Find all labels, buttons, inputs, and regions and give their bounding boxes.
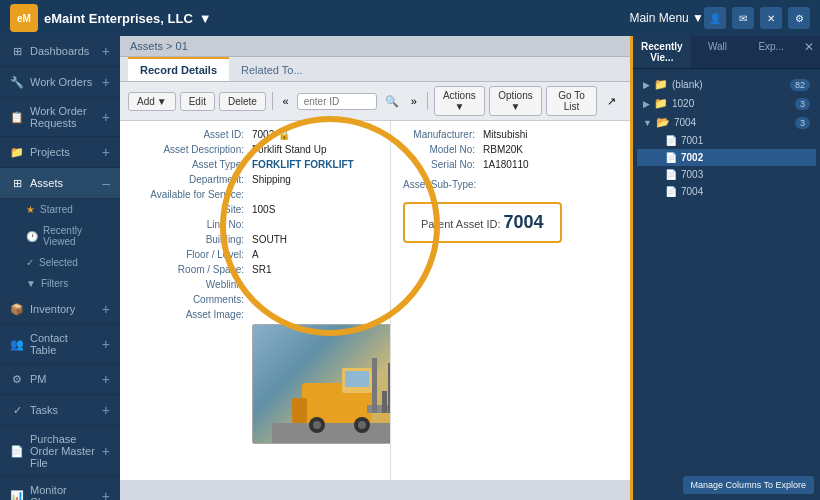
- enter-id-input[interactable]: [297, 93, 377, 110]
- tree-item-blank[interactable]: ▶ 📁 (blank) 82: [637, 75, 816, 94]
- sidebar: ⊞ Dashboards + 🔧 Work Orders + 📋 Work Or…: [0, 36, 120, 500]
- expand-icon: ▶: [643, 80, 650, 90]
- tab-related-to[interactable]: Related To...: [229, 57, 315, 81]
- comments-row: Comments:: [132, 294, 378, 305]
- svg-rect-3: [345, 371, 369, 387]
- folder-icon: 📁: [654, 78, 668, 91]
- share-icon[interactable]: ↗: [601, 93, 622, 110]
- folder-open-icon: 📂: [656, 116, 670, 129]
- close-icon[interactable]: ✕: [760, 7, 782, 29]
- blank-count: 82: [790, 79, 810, 91]
- parent-asset-value: 7004: [504, 212, 544, 232]
- tree-item-7004-parent[interactable]: ▼ 📂 7004 3: [637, 113, 816, 132]
- projects-icon: 📁: [10, 146, 24, 159]
- add-dashboards[interactable]: +: [102, 43, 110, 59]
- sidebar-item-workorders[interactable]: 🔧 Work Orders +: [0, 67, 120, 98]
- main-layout: ⊞ Dashboards + 🔧 Work Orders + 📋 Work Or…: [0, 36, 820, 500]
- rp-close-button[interactable]: ✕: [798, 36, 820, 68]
- actions-button[interactable]: Actions ▼: [434, 86, 486, 116]
- sidebar-item-dashboards[interactable]: ⊞ Dashboards +: [0, 36, 120, 67]
- add-workorders[interactable]: +: [102, 74, 110, 90]
- logo-area: eM eMaint Enterprises, LLC ▼: [10, 4, 629, 32]
- main-menu[interactable]: Main Menu ▼: [629, 11, 704, 25]
- sidebar-sub-recently-viewed[interactable]: 🕐 Recently Viewed: [18, 220, 120, 252]
- tree-item-1020[interactable]: ▶ 📁 1020 3: [637, 94, 816, 113]
- sidebar-item-pm[interactable]: ⚙ PM +: [0, 364, 120, 395]
- rp-tab-exp[interactable]: Exp...: [744, 36, 798, 68]
- lock-icon: 🔒: [278, 129, 290, 140]
- add-wor[interactable]: +: [102, 109, 110, 125]
- sidebar-item-projects[interactable]: 📁 Projects +: [0, 137, 120, 168]
- sidebar-sub-starred[interactable]: ★ Starred: [18, 199, 120, 220]
- sidebar-sub-selected[interactable]: ✓ Selected: [18, 252, 120, 273]
- line-no-row: Line No:: [132, 219, 378, 230]
- rp-tree: ▶ 📁 (blank) 82 ▶ 📁 1020 3 ▼ 📂 7004 3 �: [633, 69, 820, 206]
- file-icon: 📄: [665, 152, 677, 163]
- options-button[interactable]: Options ▼: [489, 86, 542, 116]
- user-icon[interactable]: 👤: [704, 7, 726, 29]
- go-to-list-button[interactable]: Go To List: [546, 86, 597, 116]
- site-row: Site: 100S: [132, 204, 378, 215]
- file-icon: 📄: [665, 169, 677, 180]
- tree-sub-7003[interactable]: 📄 7003: [637, 166, 816, 183]
- manage-columns-button[interactable]: Manage Columns To Explore: [683, 476, 814, 494]
- file-icon: 📄: [665, 186, 677, 197]
- room-value: SR1: [252, 264, 271, 275]
- model-value: RBM20K: [483, 144, 523, 155]
- inventory-icon: 📦: [10, 303, 24, 316]
- file-icon: 📄: [665, 135, 677, 146]
- add-pm[interactable]: +: [102, 371, 110, 387]
- content-area: Assets > 01 Record Details Related To...…: [120, 36, 630, 500]
- tree-sub-7004[interactable]: 📄 7004: [637, 183, 816, 200]
- rp-tab-recently-viewed[interactable]: Recently Vie...: [633, 36, 691, 68]
- right-panel-tabs: Recently Vie... Wall Exp... ✕: [633, 36, 820, 69]
- edit-button[interactable]: Edit: [180, 92, 215, 111]
- model-row: Model No: RBM20K: [403, 144, 618, 155]
- add-po[interactable]: +: [102, 443, 110, 459]
- app-title-arrow[interactable]: ▼: [199, 11, 212, 26]
- building-value: SOUTH: [252, 234, 287, 245]
- asset-image-row: Asset Image:: [132, 309, 378, 320]
- sidebar-item-inventory[interactable]: 📦 Inventory +: [0, 294, 120, 325]
- tree-sub-7002[interactable]: 📄 7002: [637, 149, 816, 166]
- add-contact[interactable]: +: [102, 336, 110, 352]
- sidebar-item-contact[interactable]: 👥 Contact Table +: [0, 325, 120, 364]
- add-inventory[interactable]: +: [102, 301, 110, 317]
- right-panel: Recently Vie... Wall Exp... ✕ ▶ 📁 (blank…: [630, 36, 820, 500]
- contact-icon: 👥: [10, 338, 24, 351]
- nav-next[interactable]: »: [407, 93, 421, 109]
- add-button[interactable]: Add ▼: [128, 92, 176, 111]
- main-menu-label[interactable]: Main Menu ▼: [629, 11, 704, 25]
- asset-desc-row: Asset Description: Forklift Stand Up: [132, 144, 378, 155]
- pm-icon: ⚙: [10, 373, 24, 386]
- svg-point-12: [358, 421, 366, 429]
- rp-tab-wall[interactable]: Wall: [691, 36, 745, 68]
- mail-icon[interactable]: ✉: [732, 7, 754, 29]
- filters-icon: ▼: [26, 278, 36, 289]
- add-monitor[interactable]: +: [102, 488, 110, 500]
- gear-icon[interactable]: ⚙: [788, 7, 810, 29]
- record-form: Asset ID: 7002 🔒 Asset Description: Fork…: [120, 121, 630, 480]
- sidebar-item-wor[interactable]: 📋 Work Order Requests +: [0, 98, 120, 137]
- add-assets[interactable]: –: [102, 175, 110, 191]
- add-tasks[interactable]: +: [102, 402, 110, 418]
- tab-record-details[interactable]: Record Details: [128, 57, 229, 81]
- nav-prev[interactable]: «: [279, 93, 293, 109]
- tree-sub-7001[interactable]: 📄 7001: [637, 132, 816, 149]
- expand-icon: ▼: [643, 118, 652, 128]
- sidebar-item-monitor[interactable]: 📊 Monitor Class +: [0, 477, 120, 500]
- floor-row: Floor / Level: A: [132, 249, 378, 260]
- delete-button[interactable]: Delete: [219, 92, 266, 111]
- sidebar-item-assets[interactable]: ⊞ Assets –: [0, 168, 120, 199]
- recent-icon: 🕐: [26, 231, 38, 242]
- add-projects[interactable]: +: [102, 144, 110, 160]
- svg-point-10: [313, 421, 321, 429]
- asset-id-value: 7002: [252, 129, 274, 140]
- sidebar-item-po[interactable]: 📄 Purchase Order Master File +: [0, 426, 120, 477]
- app-title: eMaint Enterprises, LLC: [44, 11, 193, 26]
- sidebar-sub-filters[interactable]: ▼ Filters: [18, 273, 120, 294]
- sidebar-item-tasks[interactable]: ✓ Tasks +: [0, 395, 120, 426]
- serial-row: Serial No: 1A180110: [403, 159, 618, 170]
- search-icon[interactable]: 🔍: [381, 93, 403, 110]
- form-left: Asset ID: 7002 🔒 Asset Description: Fork…: [120, 121, 390, 480]
